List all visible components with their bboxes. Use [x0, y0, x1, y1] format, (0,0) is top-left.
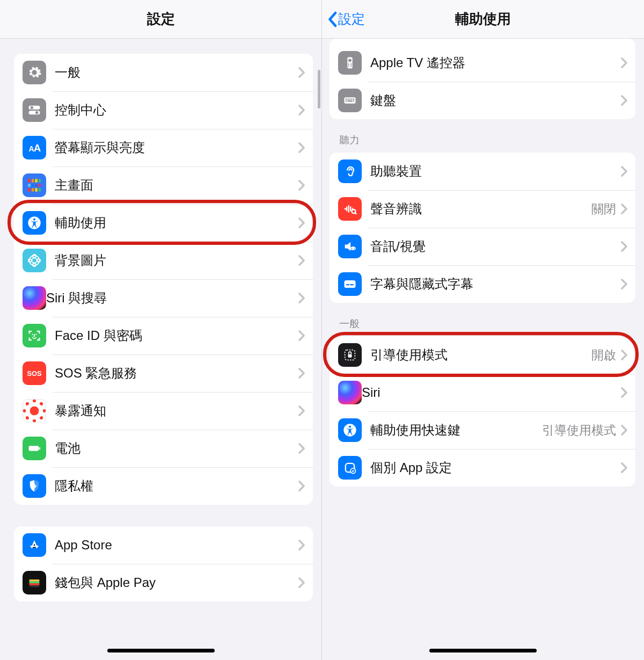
row-label: 助聽裝置: [370, 163, 620, 179]
svg-point-1: [31, 106, 33, 109]
svg-rect-21: [30, 582, 40, 584]
settings-scroll[interactable]: 一般控制中心AA螢幕顯示與亮度主畫面輔助使用背景圖片Siri 與搜尋Face I…: [0, 39, 321, 660]
svg-rect-30: [346, 99, 347, 100]
svg-point-7: [33, 218, 35, 220]
settings-row[interactable]: 輔助使用: [14, 204, 313, 242]
chevron-right-icon: [620, 278, 628, 290]
row-label: 主畫面: [55, 177, 298, 193]
row-value: 開啟: [591, 347, 616, 364]
row-label: 鍵盤: [370, 92, 620, 108]
settings-row[interactable]: 主畫面: [14, 166, 313, 204]
settings-row[interactable]: AA螢幕顯示與亮度: [14, 129, 313, 166]
soundrec-icon: [338, 197, 362, 221]
back-button[interactable]: 設定: [326, 10, 365, 28]
svg-point-13: [37, 259, 40, 262]
top-partial-group: Apple TV 遙控器鍵盤: [330, 39, 635, 119]
chevron-right-icon: [620, 165, 628, 177]
chevron-right-icon: [298, 255, 305, 266]
settings-row[interactable]: 字幕與隱藏式字幕: [330, 265, 635, 303]
chevron-right-icon: [620, 424, 628, 436]
back-label: 設定: [338, 10, 365, 28]
battery-icon: [23, 437, 46, 460]
svg-point-24: [348, 59, 352, 62]
accessibility-icon: [23, 211, 46, 235]
row-value: 關閉: [591, 201, 616, 217]
chevron-right-icon: [298, 142, 305, 154]
settings-row[interactable]: 音訊/視覺: [330, 228, 635, 265]
partial-row-peek: [330, 39, 635, 44]
svg-rect-35: [346, 100, 347, 101]
row-label: SOS 緊急服務: [55, 365, 298, 381]
settings-row[interactable]: 隱私權: [14, 467, 313, 505]
remote-icon: [338, 51, 362, 75]
settings-row[interactable]: 助聽裝置: [330, 153, 635, 190]
settings-row[interactable]: 錢包與 Apple Pay: [14, 564, 313, 601]
svg-point-26: [350, 63, 352, 64]
svg-rect-42: [345, 280, 356, 288]
settings-row[interactable]: 聲音辨識關閉: [330, 190, 635, 228]
row-label: 引導使用模式: [370, 347, 591, 363]
settings-row[interactable]: 鍵盤: [330, 82, 635, 119]
settings-row[interactable]: 輔助使用快速鍵引導使用模式: [330, 411, 635, 449]
gear-icon: [23, 61, 46, 84]
row-label: 音訊/視覺: [370, 238, 620, 255]
home-indicator[interactable]: [107, 649, 215, 652]
settings-row[interactable]: Siri: [330, 374, 635, 411]
row-label: 暴露通知: [55, 403, 298, 419]
settings-row[interactable]: Face ID 與密碼: [14, 317, 313, 354]
sos-icon: SOS: [23, 361, 46, 385]
hearing-group: 助聽裝置聲音辨識關閉音訊/視覺字幕與隱藏式字幕: [330, 153, 635, 303]
row-label: Siri 與搜尋: [46, 290, 298, 306]
svg-rect-31: [347, 99, 348, 100]
chevron-right-icon: [620, 462, 628, 474]
svg-rect-43: [346, 284, 349, 285]
settings-row[interactable]: 電池: [14, 430, 313, 467]
settings-row[interactable]: 控制中心: [14, 91, 313, 129]
chevron-right-icon: [298, 292, 305, 304]
row-label: 輔助使用快速鍵: [370, 422, 542, 438]
chevron-right-icon: [620, 241, 628, 252]
general-group: 引導使用模式開啟Siri輔助使用快速鍵引導使用模式個別 App 設定: [330, 336, 635, 487]
settings-row[interactable]: 一般: [14, 54, 313, 91]
settings-row[interactable]: 引導使用模式開啟: [330, 336, 635, 374]
siri-icon: [338, 381, 362, 404]
chevron-right-icon: [620, 349, 628, 361]
chevron-right-icon: [298, 179, 305, 191]
row-label: 一般: [55, 64, 298, 81]
settings-row[interactable]: 個別 App 設定: [330, 449, 635, 487]
svg-rect-37: [353, 100, 354, 101]
svg-point-14: [32, 334, 33, 335]
row-label: 隱私權: [55, 478, 298, 494]
svg-point-10: [33, 255, 36, 258]
row-label: Face ID 與密碼: [55, 328, 298, 344]
settings-row[interactable]: Siri 與搜尋: [14, 279, 313, 317]
row-label: App Store: [55, 537, 298, 553]
chevron-right-icon: [620, 387, 628, 398]
page-title: 輔助使用: [322, 10, 644, 28]
settings-root-pane: 設定 一般控制中心AA螢幕顯示與亮度主畫面輔助使用背景圖片Siri 與搜尋Fac…: [0, 0, 322, 660]
page-title: 設定: [0, 10, 321, 28]
settings-row[interactable]: Apple TV 遙控器: [330, 44, 635, 82]
svg-point-25: [348, 63, 349, 64]
row-label: Siri: [362, 385, 620, 401]
scrollbar[interactable]: [318, 70, 320, 108]
settings-row[interactable]: App Store: [14, 526, 313, 564]
navbar-left: 設定: [0, 0, 321, 39]
chevron-right-icon: [620, 95, 628, 106]
navbar-right: 設定 輔助使用: [322, 0, 644, 39]
accessibility-scroll[interactable]: Apple TV 遙控器鍵盤 聽力 助聽裝置聲音辨識關閉音訊/視覺字幕與隱藏式字…: [322, 39, 644, 660]
settings-row[interactable]: 背景圖片: [14, 242, 313, 279]
settings-row[interactable]: SOSSOS 緊急服務: [14, 354, 313, 392]
chevron-right-icon: [298, 104, 305, 116]
settings-row[interactable]: 暴露通知: [14, 392, 313, 430]
svg-point-48: [349, 425, 351, 427]
svg-rect-22: [30, 583, 40, 585]
row-label: 聲音辨識: [370, 201, 591, 217]
wallet-icon: [23, 571, 46, 594]
svg-point-41: [352, 248, 354, 249]
faceid-icon: [23, 324, 46, 347]
home-indicator[interactable]: [429, 649, 537, 652]
svg-text:SOS: SOS: [27, 369, 42, 378]
row-label: 字幕與隱藏式字幕: [370, 276, 620, 292]
audio-icon: [338, 235, 362, 258]
